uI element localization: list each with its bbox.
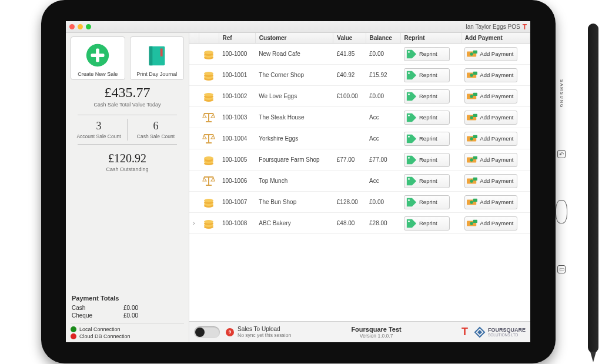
table-row[interactable]: 100-1006 Top Munch Acc Reprint Add Payme… (189, 171, 530, 192)
add-payment-button[interactable]: Add Payment (464, 111, 517, 125)
tag-icon (406, 70, 417, 81)
create-new-sale-button[interactable]: Create New Sale (71, 36, 125, 80)
reprint-button[interactable]: Reprint (404, 153, 450, 167)
cash-icon (466, 197, 478, 208)
cell-balance: £28.00 (366, 213, 400, 234)
tablet-hardware-buttons: SAMSUNG ↶ ▭ (556, 59, 567, 294)
col-add-payment[interactable]: Add Payment (461, 33, 530, 44)
expand-toggle[interactable]: › (189, 213, 199, 234)
close-icon[interactable] (69, 24, 75, 29)
add-payment-button[interactable]: Add Payment (464, 153, 517, 167)
cash-icon (466, 133, 478, 144)
reprint-label: Reprint (419, 156, 437, 163)
table-row[interactable]: 100-1004 Yorkshire Eggs Acc Reprint Add … (189, 128, 530, 149)
add-payment-button[interactable]: Add Payment (464, 47, 517, 61)
reprint-label: Reprint (419, 72, 437, 78)
expand-toggle[interactable] (189, 86, 199, 107)
reprint-button[interactable]: Reprint (404, 47, 450, 61)
tag-icon (406, 218, 417, 229)
reprint-button[interactable]: Reprint (404, 111, 450, 125)
cash-icon (466, 49, 478, 59)
col-customer[interactable]: Customer (255, 33, 333, 44)
table-row[interactable]: 100-1002 We Love Eggs £100.00 £0.00 Repr… (189, 86, 530, 107)
add-payment-label: Add Payment (480, 156, 513, 163)
connection-status: Local Connection Cloud DB Connection (71, 323, 184, 340)
col-expand[interactable] (189, 33, 199, 44)
col-reprint[interactable]: Reprint (400, 33, 461, 44)
expand-toggle[interactable] (189, 65, 199, 86)
reprint-label: Reprint (419, 51, 437, 57)
sync-toggle[interactable] (194, 326, 220, 338)
cell-customer: Foursquare Farm Shop (255, 149, 333, 171)
table-row[interactable]: 100-1005 Foursquare Farm Shop £77.00 £77… (189, 149, 530, 171)
table-row[interactable]: › 100-1008 ABC Bakery £48.00 £28.00 Repr… (189, 213, 530, 234)
cash-sale-total-value: £435.77 (71, 85, 184, 101)
coins-icon (202, 216, 215, 229)
add-payment-label: Add Payment (480, 220, 513, 226)
tag-icon (406, 133, 417, 144)
maximize-icon[interactable] (86, 24, 91, 29)
home-hw-button (556, 200, 567, 223)
cash-icon (466, 218, 478, 229)
add-payment-label: Add Payment (480, 93, 513, 99)
expand-toggle[interactable] (189, 44, 199, 65)
tag-icon (406, 91, 417, 102)
print-day-journal-label: Print Day Journal (136, 71, 177, 77)
table-row[interactable]: 100-1007 The Bun Shop £128.00 £0.00 Repr… (189, 192, 530, 213)
payment-totals-heading: Payment Totals (72, 295, 183, 302)
cell-balance: £0.00 (366, 192, 400, 213)
cell-customer: Yorkshire Eggs (255, 128, 333, 149)
add-payment-button[interactable]: Add Payment (464, 132, 517, 146)
add-payment-label: Add Payment (480, 51, 513, 57)
reprint-label: Reprint (419, 178, 437, 184)
expand-toggle[interactable] (189, 128, 199, 149)
cash-sale-total-label: Cash Sale Total Value Today (71, 102, 184, 108)
summary-panel: Create New Sale Print Day Journal £435.7… (66, 33, 189, 342)
cash-icon (466, 70, 478, 81)
col-type[interactable] (199, 33, 219, 44)
sales-table: Ref Customer Value Balance Reprint Add P… (189, 33, 530, 234)
scale-icon (202, 111, 215, 123)
cell-customer: ABC Bakery (255, 213, 333, 234)
col-ref[interactable]: Ref (219, 33, 255, 44)
add-payment-button[interactable]: Add Payment (464, 174, 517, 188)
table-row[interactable]: 100-1001 The Corner Shop £40.92 £15.92 R… (189, 65, 530, 86)
cell-balance: Acc (366, 128, 400, 149)
add-payment-button[interactable]: Add Payment (464, 216, 517, 231)
tag-icon (406, 112, 417, 123)
reprint-button[interactable]: Reprint (404, 195, 450, 209)
cash-outstanding-value: £120.92 (71, 152, 184, 165)
cell-value (333, 171, 366, 192)
minimize-icon[interactable] (78, 24, 83, 29)
cloud-connection-label: Cloud DB Connection (79, 333, 131, 339)
cell-value: £48.00 (333, 213, 366, 234)
col-value[interactable]: Value (333, 33, 366, 44)
cash-icon (466, 112, 478, 123)
table-row[interactable]: 100-1000 New Road Cafe £41.85 £0.00 Repr… (189, 44, 530, 65)
reprint-button[interactable]: Reprint (404, 216, 450, 231)
cell-customer: New Road Cafe (255, 44, 333, 65)
expand-toggle[interactable] (189, 107, 199, 128)
expand-toggle[interactable] (189, 149, 199, 171)
cell-ref: 100-1002 (219, 86, 255, 107)
back-hw-button: ↶ (557, 150, 566, 158)
add-payment-button[interactable]: Add Payment (464, 89, 517, 103)
create-new-sale-label: Create New Sale (78, 71, 118, 77)
expand-toggle[interactable] (189, 171, 199, 192)
cell-value: £100.00 (333, 86, 366, 107)
cell-value: £41.85 (333, 44, 366, 65)
reprint-button[interactable]: Reprint (404, 68, 450, 82)
window-controls[interactable] (69, 24, 91, 29)
status-bar: 9 Sales To Upload No sync yet this sessi… (189, 321, 530, 342)
expand-toggle[interactable] (189, 192, 199, 213)
reprint-button[interactable]: Reprint (404, 174, 450, 188)
col-balance[interactable]: Balance (366, 33, 400, 44)
reprint-button[interactable]: Reprint (404, 132, 450, 146)
scale-icon (202, 132, 215, 145)
add-payment-button[interactable]: Add Payment (464, 68, 517, 82)
print-day-journal-button[interactable]: Print Day Journal (130, 36, 185, 80)
cash-sale-count-label: Cash Sale Count (128, 133, 184, 139)
table-row[interactable]: 100-1003 The Steak House Acc Reprint Add… (189, 107, 530, 128)
reprint-button[interactable]: Reprint (404, 89, 450, 103)
add-payment-button[interactable]: Add Payment (464, 195, 517, 209)
